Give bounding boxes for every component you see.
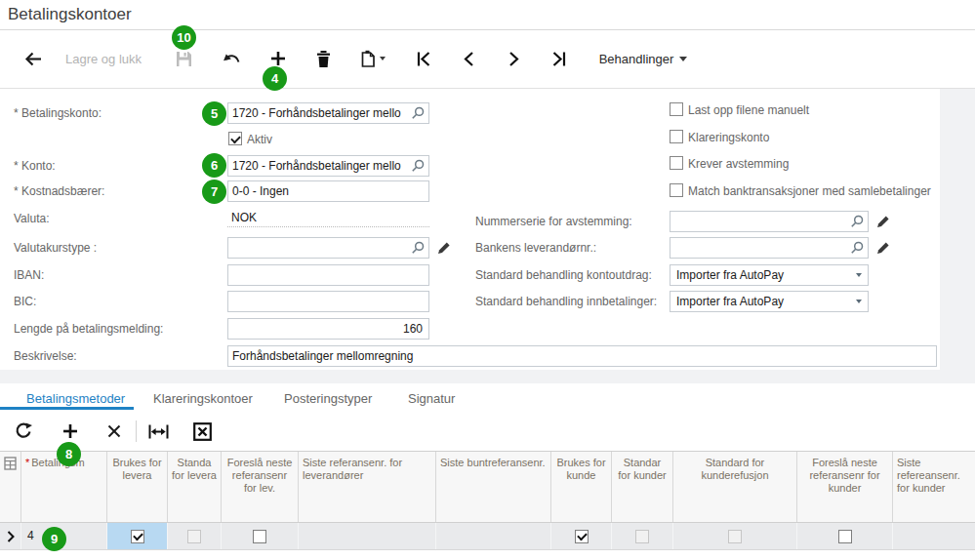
betalingskonto-label: * Betalingskonto: — [14, 106, 102, 120]
cell-foresla-neste-kunder[interactable] — [797, 523, 893, 549]
nummerserie-input[interactable] — [670, 211, 869, 232]
cell-standard-for-lev[interactable] — [168, 523, 222, 549]
nummerserie-label: Nummerserie for avstemming: — [475, 215, 632, 228]
krever-avstemming-checkbox[interactable] — [670, 156, 683, 170]
checkbox — [635, 530, 649, 543]
cell-foresla-neste-lev[interactable] — [222, 523, 299, 549]
save-close-label: Lagre og lukk — [65, 52, 142, 66]
save-close-button[interactable]: Lagre og lukk — [57, 43, 150, 74]
valutakurstype-input[interactable] — [227, 237, 429, 259]
save-icon — [176, 51, 192, 67]
valuta-value: NOK — [227, 208, 429, 227]
delete-button[interactable] — [306, 43, 340, 74]
lookup-icon[interactable] — [411, 106, 425, 120]
grid-data-row[interactable]: 4 — [0, 523, 975, 550]
bic-input[interactable] — [227, 291, 429, 312]
back-icon — [24, 52, 43, 66]
kostnadsbaerer-label: * Kostnadsbærer: — [14, 184, 104, 198]
checkbox[interactable] — [253, 530, 266, 543]
step-badge-10: 10 — [172, 25, 196, 50]
edit-pencil-icon[interactable] — [876, 241, 891, 255]
checkbox[interactable] — [575, 530, 589, 543]
last-record-button[interactable] — [541, 43, 576, 74]
iban-input[interactable] — [227, 264, 429, 286]
tab-posteringstyper[interactable]: Posteringstyper — [284, 387, 372, 409]
lengde-input[interactable]: 160 — [227, 318, 429, 340]
col-header-siste-ref-kunder[interactable]: Siste refereansenr. for kunder — [893, 452, 975, 522]
beskrivelse-label: Beskrivelse: — [14, 349, 77, 363]
row-arrow-icon — [7, 531, 15, 542]
panel-bottom-margin — [0, 370, 975, 383]
col-header-standard-kunderefusjon[interactable]: Standard for kunderefusjon — [673, 452, 797, 522]
lookup-icon[interactable] — [850, 215, 864, 228]
clipboard-icon — [360, 50, 376, 67]
cell-siste-ref-kunder[interactable] — [893, 523, 975, 549]
tab-betalingsmetoder[interactable]: Betalingsmetoder — [26, 387, 125, 409]
col-header-standard-for-kunder[interactable]: Standar for kunder — [612, 452, 673, 522]
behandling-kontoutdrag-select[interactable]: Importer fra AutoPay — [670, 264, 869, 286]
bankens-leverandornr-input[interactable] — [670, 237, 869, 259]
last-record-icon — [551, 52, 566, 66]
grid-export-excel-button[interactable] — [188, 418, 216, 445]
cell-standard-for-kunder[interactable] — [612, 523, 673, 549]
klareringskonto-checkbox[interactable] — [670, 130, 683, 143]
active-tab-underline — [0, 407, 134, 410]
match-banktransaksjoner-checkbox[interactable] — [670, 183, 683, 197]
konto-input[interactable]: 1720 - Forhåndsbetalinger mello — [227, 155, 429, 177]
close-icon — [107, 424, 121, 438]
cell-standard-kunderefusjon[interactable] — [673, 523, 797, 549]
actions-menu-label: Behandlinger — [599, 52, 674, 66]
col-header-standard-for-lev[interactable]: Standa for levera — [168, 452, 222, 522]
behandling-innbetalinger-select[interactable]: Importer fra AutoPay — [670, 291, 869, 312]
iban-label: IBAN: — [14, 268, 44, 282]
col-header-siste-ref-lev[interactable]: Siste referansenr. for leverandører — [299, 452, 436, 522]
kostnadsbaerer-input[interactable]: 0-0 - Ingen — [227, 180, 429, 202]
back-button[interactable] — [16, 43, 51, 74]
tab-signatur[interactable]: Signatur — [408, 387, 455, 409]
last-opp-filene-label: Last opp filene manuelt — [688, 103, 809, 117]
grid-refresh-button[interactable] — [10, 418, 37, 445]
previous-record-button[interactable] — [451, 43, 486, 74]
undo-icon — [223, 53, 242, 65]
row-selector-header[interactable] — [0, 452, 21, 522]
grid-header-row: *Betalingsm Brukes for levera Standa for… — [0, 451, 975, 523]
next-record-button[interactable] — [496, 43, 531, 74]
cell-brukes-for-kunde[interactable] — [551, 523, 612, 549]
edit-pencil-icon[interactable] — [437, 241, 452, 255]
grid-delete-row-button[interactable] — [101, 418, 128, 445]
toolbar-divider — [0, 88, 975, 89]
col-header-siste-buntref[interactable]: Siste buntreferansenr. — [436, 452, 551, 522]
last-opp-filene-checkbox[interactable] — [670, 102, 683, 116]
grid-toolbar-divider — [136, 420, 137, 442]
undo-button[interactable] — [215, 43, 250, 74]
checkbox[interactable] — [838, 530, 852, 543]
cell-siste-buntref[interactable] — [436, 523, 551, 549]
cell-brukes-for-lev[interactable] — [107, 523, 168, 549]
grid-add-row-button[interactable] — [57, 418, 84, 445]
lookup-icon[interactable] — [411, 159, 425, 173]
col-header-foresla-neste-kunder[interactable]: Foreslå neste referansenr for kunder — [797, 452, 893, 522]
grid-fit-width-button[interactable] — [144, 418, 172, 445]
beskrivelse-input[interactable]: Forhåndsbetalinger mellomregning — [227, 345, 937, 367]
cell-siste-ref-lev[interactable] — [299, 523, 436, 549]
col-header-foresla-neste-lev[interactable]: Foreslå neste referansenr for lev. — [222, 452, 299, 522]
chevron-down-icon — [856, 300, 862, 303]
next-record-icon — [508, 52, 519, 66]
edit-pencil-icon[interactable] — [876, 215, 891, 228]
valuta-label: Valuta: — [14, 212, 49, 225]
lookup-icon[interactable] — [850, 241, 864, 255]
konto-label: * Konto: — [14, 159, 56, 173]
col-header-brukes-for-kunde[interactable]: Brukes for kunde — [551, 452, 612, 522]
first-record-button[interactable] — [406, 43, 441, 74]
clipboard-menu-button[interactable] — [351, 43, 394, 74]
page-title: Betalingskontoer — [8, 5, 132, 24]
actions-menu-button[interactable]: Behandlinger — [589, 43, 697, 74]
betalingskonto-input[interactable]: 1720 - Forhåndsbetalinger mello — [227, 102, 429, 124]
bic-label: BIC: — [14, 295, 36, 308]
tab-klareringskontoer[interactable]: Klareringskontoer — [153, 387, 253, 409]
aktiv-checkbox[interactable] — [228, 132, 242, 145]
panel-right-margin — [940, 89, 975, 382]
lookup-icon[interactable] — [411, 241, 425, 255]
checkbox[interactable] — [131, 530, 144, 543]
col-header-brukes-for-lev[interactable]: Brukes for levera — [107, 452, 168, 522]
